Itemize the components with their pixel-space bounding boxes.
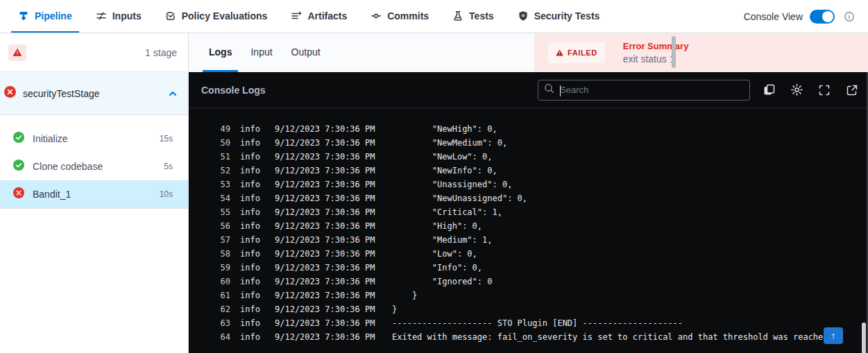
tab-label: Commits xyxy=(387,10,429,21)
log-timestamp: 9/12/2023 7:30:36 PM xyxy=(275,316,392,330)
log-line: 64 info 9/12/2023 7:30:36 PM Exited with… xyxy=(200,330,868,344)
error-summary-banner: FAILED Error Summary exit status 1 xyxy=(534,33,868,72)
log-line-number: 59 xyxy=(200,261,230,275)
failed-badge: FAILED xyxy=(548,42,605,63)
step-duration: 15s xyxy=(160,134,173,144)
flask-icon xyxy=(452,10,463,21)
log-line: 63 info 9/12/2023 7:30:36 PM -----------… xyxy=(200,316,868,330)
error-summary-texts: Error Summary exit status 1 xyxy=(623,41,689,64)
log-line: 54 info 9/12/2023 7:30:36 PM "NewUnassig… xyxy=(200,191,868,205)
tab-output[interactable]: Output xyxy=(285,33,327,72)
tab-pipeline[interactable]: Pipeline xyxy=(11,0,79,33)
console-header: Console Logs xyxy=(189,72,868,108)
tab-logs[interactable]: Logs xyxy=(203,33,238,72)
log-message: "NewLow": 0, xyxy=(392,150,868,164)
toggle-knob xyxy=(822,11,833,22)
open-in-new-icon[interactable] xyxy=(844,83,860,98)
log-line-number: 60 xyxy=(200,275,230,289)
log-level: info xyxy=(240,275,265,289)
copy-icon[interactable] xyxy=(761,83,776,98)
stage-name: securityTestStage xyxy=(23,88,100,99)
log-search[interactable] xyxy=(538,80,750,101)
log-timestamp: 9/12/2023 7:30:36 PM xyxy=(275,302,392,316)
top-navigation: Pipeline Inputs Policy Evaluations Artif… xyxy=(0,0,868,33)
error-summary-scrollbar[interactable] xyxy=(672,36,676,68)
console-scrollbar[interactable] xyxy=(862,322,866,353)
log-level: info xyxy=(240,191,265,205)
log-timestamp: 9/12/2023 7:30:36 PM xyxy=(275,136,392,150)
log-line-number: 53 xyxy=(200,178,230,191)
step-duration: 10s xyxy=(160,189,173,199)
failed-circle-icon xyxy=(4,86,16,101)
log-level: info xyxy=(240,164,265,178)
log-line: 58 info 9/12/2023 7:30:36 PM "Low": 0, xyxy=(200,247,868,261)
log-message: "Critical": 1, xyxy=(392,205,868,219)
log-line: 52 info 9/12/2023 7:30:36 PM "NewInfo": … xyxy=(200,164,868,178)
log-timestamp: 9/12/2023 7:30:36 PM xyxy=(275,330,392,344)
text-caret xyxy=(560,85,561,96)
log-line: 59 info 9/12/2023 7:30:36 PM "Info": 0, xyxy=(200,261,868,275)
tab-policy-evaluations[interactable]: Policy Evaluations xyxy=(158,0,275,33)
info-icon[interactable] xyxy=(842,9,857,24)
log-line: 60 info 9/12/2023 7:30:36 PM "Ignored": … xyxy=(200,275,868,289)
log-line: 50 info 9/12/2023 7:30:36 PM "NewMedium"… xyxy=(200,136,868,150)
log-message: Exited with message: fail_on_severity is… xyxy=(392,330,868,344)
console-panel: Console Logs xyxy=(189,72,868,353)
shield-icon xyxy=(518,10,529,21)
log-rows: 49 info 9/12/2023 7:30:36 PM "NewHigh": … xyxy=(200,122,868,344)
tab-security-tests[interactable]: Security Tests xyxy=(511,0,607,33)
log-level: info xyxy=(240,330,265,344)
log-message: "Ignored": 0 xyxy=(392,275,868,289)
log-line-number: 58 xyxy=(200,247,230,261)
tab-artifacts[interactable]: Artifacts xyxy=(284,0,354,33)
log-line: 55 info 9/12/2023 7:30:36 PM "Critical":… xyxy=(200,205,868,219)
tab-input[interactable]: Input xyxy=(244,33,278,72)
step-row-initialize[interactable]: Initialize 15s xyxy=(0,125,188,153)
tab-tests[interactable]: Tests xyxy=(445,0,501,33)
console-view-toggle[interactable] xyxy=(810,10,835,24)
search-input[interactable] xyxy=(560,85,744,95)
log-level: info xyxy=(240,302,265,316)
step-details-header: Logs Input Output FAILED Error Summary e… xyxy=(189,33,868,72)
arrow-up-icon: ↑ xyxy=(831,330,836,341)
log-level: info xyxy=(240,150,265,164)
scroll-to-top-button[interactable]: ↑ xyxy=(824,327,843,344)
console-toolbar xyxy=(761,83,860,98)
tab-label: Pipeline xyxy=(35,10,72,21)
log-message: "NewMedium": 0, xyxy=(392,136,868,150)
log-level: info xyxy=(240,261,265,275)
tab-commits[interactable]: Commits xyxy=(364,0,436,33)
log-line-number: 62 xyxy=(200,302,230,316)
log-line: 61 info 9/12/2023 7:30:36 PM } xyxy=(200,289,868,302)
chevron-up-icon[interactable] xyxy=(167,88,178,99)
stage-row-securityteststage[interactable]: securityTestStage xyxy=(0,72,188,115)
step-row-clone-codebase[interactable]: Clone codebase 5s xyxy=(0,153,188,180)
log-line-number: 57 xyxy=(200,233,230,247)
artifacts-icon xyxy=(291,10,302,21)
log-line: 53 info 9/12/2023 7:30:36 PM "Unassigned… xyxy=(200,178,868,191)
step-row-bandit-1[interactable]: Bandit_1 10s xyxy=(0,180,188,208)
step-name: Initialize xyxy=(33,133,68,144)
console-log-area: 49 info 9/12/2023 7:30:36 PM "NewHigh": … xyxy=(189,108,868,353)
console-title: Console Logs xyxy=(201,85,266,96)
log-line: 56 info 9/12/2023 7:30:36 PM "High": 0, xyxy=(200,219,868,233)
console-view-label: Console View xyxy=(744,11,803,22)
log-level: info xyxy=(240,289,265,302)
log-timestamp: 9/12/2023 7:30:36 PM xyxy=(275,122,392,136)
log-message: "Medium": 1, xyxy=(392,233,868,247)
log-line-number: 54 xyxy=(200,191,230,205)
tab-inputs[interactable]: Inputs xyxy=(89,0,148,33)
log-timestamp: 9/12/2023 7:30:36 PM xyxy=(275,219,392,233)
pipeline-icon xyxy=(18,10,29,21)
log-level: info xyxy=(240,136,265,150)
warning-triangle-icon xyxy=(8,44,26,61)
log-timestamp: 9/12/2023 7:30:36 PM xyxy=(275,164,392,178)
log-level: info xyxy=(240,205,265,219)
settings-gear-icon[interactable] xyxy=(789,83,804,98)
search-icon xyxy=(544,83,554,96)
fullscreen-icon[interactable] xyxy=(817,83,832,98)
success-circle-icon xyxy=(13,132,24,146)
log-level: info xyxy=(240,233,265,247)
log-message: "NewInfo": 0, xyxy=(392,164,868,178)
sidebar-header: 1 stage xyxy=(0,33,188,72)
